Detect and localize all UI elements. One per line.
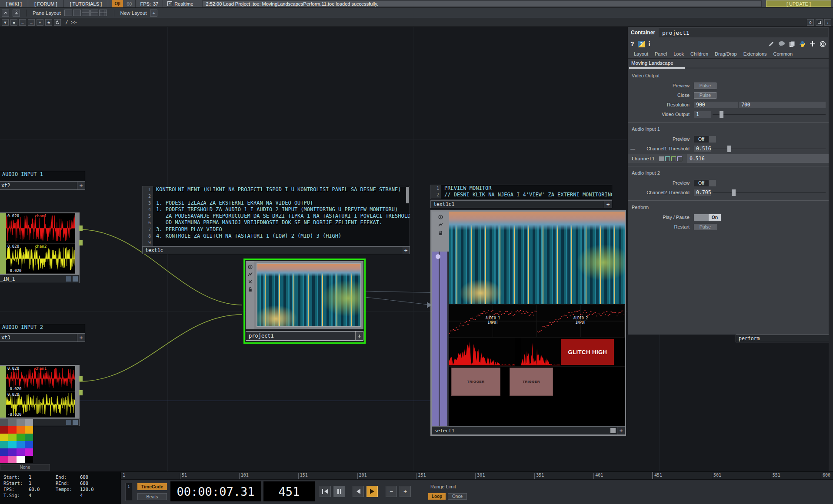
flag-square[interactable] [66,420,71,425]
playhead[interactable] [653,472,653,480]
pulse-button[interactable]: Pulse [694,92,716,99]
value-field[interactable]: 0.705 [694,189,711,196]
palette-color[interactable] [25,456,33,463]
expand-parameters-icon[interactable]: ✛ [355,332,363,340]
node-name-text1c[interactable]: text1c ✛ [142,246,410,254]
slider-handle[interactable] [732,189,736,196]
layout-quad-button[interactable] [90,10,98,16]
add-bookmark-icon[interactable]: + [37,19,43,26]
refresh-icon[interactable] [54,19,61,26]
color-palette[interactable] [0,419,33,463]
play-forward-button[interactable] [367,486,378,497]
step-back-button[interactable]: − [386,486,397,497]
scrollbar-handle[interactable] [406,187,409,203]
palette-color[interactable] [0,419,8,426]
palette-color[interactable] [25,434,33,441]
pulse-button[interactable]: Pulse [694,83,716,89]
toggle-knob[interactable] [709,136,716,143]
palette-color[interactable] [8,426,17,434]
custom-page-tab[interactable]: Moving Landscape [628,59,829,68]
tab-panel[interactable]: Panel [655,51,667,56]
timeline-ruler[interactable]: 151101151201251301351401451501551600 [121,472,833,480]
copy-parameters-icon[interactable] [789,41,795,47]
slider-track[interactable] [713,146,826,152]
expand-parameters-icon[interactable]: ✛ [402,247,410,254]
palette-color[interactable] [0,456,8,463]
expand-parameters-icon[interactable]: ✛ [617,427,625,434]
comment-bubble-icon[interactable] [778,41,785,47]
tab-extensions[interactable]: Extensions [743,51,767,56]
maximize-pane-icon[interactable] [2,10,9,17]
select1-name-bar[interactable]: select1 ✛ [432,426,625,434]
toggle-track[interactable] [694,214,709,221]
anchor-pane-icon[interactable] [13,10,20,17]
flag-square[interactable] [66,276,71,282]
tab-children[interactable]: Children [690,51,708,56]
palette-color[interactable] [0,441,8,448]
value-field[interactable]: 700 [739,102,826,108]
update-button[interactable]: [ UPDATE ] [766,0,831,7]
palette-color[interactable] [17,434,25,441]
layout-hsplit-button[interactable] [82,10,90,16]
timecode-mode-button[interactable]: TimeCode [137,483,167,490]
node-name-audio-in-1[interactable]: DIO_IN_1 [0,275,80,283]
channel-reference-row[interactable]: Channel10.516 [628,154,829,163]
layout-vsplit-button[interactable] [73,10,81,16]
lock-flag-icon[interactable] [438,230,443,235]
palette-color[interactable] [8,419,17,426]
value-field[interactable]: 0.516 [694,146,711,152]
project1-name-field[interactable]: project1 ✛ [246,331,363,341]
flag-square[interactable] [610,428,616,433]
palette-color[interactable] [17,456,25,463]
palette-color[interactable] [25,419,33,426]
layout-grid-button[interactable] [99,10,107,16]
preview-monitor-comment-node[interactable]: 1PREVIEW MONITOR2// DESNI KLIK NA NJEGA … [430,185,612,199]
slider-track[interactable] [713,189,826,196]
menu-link[interactable]: [ TUTORIALS ] [64,0,109,7]
palette-color[interactable] [25,426,33,434]
python-help-icon[interactable]: ? [638,41,645,47]
export-flag-icon[interactable] [248,272,253,277]
viewer-flag-icon[interactable] [248,265,253,269]
palette-color[interactable] [17,419,25,426]
toggle-knob[interactable] [709,180,716,186]
palette-color[interactable] [0,448,8,456]
output-connector[interactable] [79,390,83,395]
node-name-perform[interactable]: perform [736,335,833,342]
slider-handle[interactable] [727,146,731,152]
palette-color[interactable] [8,434,17,441]
palette-color[interactable] [17,448,25,456]
play-reverse-button[interactable] [353,486,364,497]
expand-parameters-icon[interactable]: ✛ [77,182,85,189]
pulse-button[interactable]: Pulse [694,224,716,230]
edit-pencil-icon[interactable] [768,41,774,47]
layout-single-button[interactable] [64,10,72,16]
add-layout-button[interactable]: + [150,10,157,17]
beats-mode-button[interactable]: Beats [137,493,167,500]
loop-button[interactable]: Loop [428,493,446,500]
toggle-on-state[interactable]: On [709,214,721,221]
forward-arrow-icon[interactable]: → [28,19,35,26]
expand-parameters-icon[interactable]: ✛ [77,334,85,342]
add-parameter-icon[interactable] [810,41,816,47]
pause-button[interactable] [333,486,345,497]
viewer-flag-icon[interactable] [438,215,443,219]
tab-common[interactable]: Common [773,51,793,56]
network-path[interactable]: / >> [65,20,77,25]
channel-color-swatch[interactable] [659,156,664,161]
spiral-target-icon[interactable] [820,41,826,47]
dropdown-arrow-icon[interactable]: ▼ [2,19,9,26]
value-field[interactable]: 900 [694,102,738,108]
star-bookmark-icon[interactable]: ★ [45,19,52,26]
palette-color[interactable] [25,448,33,456]
value-field[interactable]: 1 [694,111,711,118]
export-flag-icon[interactable] [438,222,443,227]
audio-chop-node-2[interactable]: 0.020 chan1 -0.020 0.020 -0.020 [0,365,80,418]
toggle-off-state[interactable]: Off [694,180,709,186]
frame-display[interactable]: 451 [263,481,315,501]
audio-chop-node-1[interactable]: 0.020 chan1 0.020 chan2 -0.020 [0,212,80,275]
output-connector[interactable] [79,376,83,381]
output-connector[interactable] [79,225,83,231]
palette-color[interactable] [8,456,17,463]
realtime-toggle[interactable]: × Realtime [163,0,197,7]
